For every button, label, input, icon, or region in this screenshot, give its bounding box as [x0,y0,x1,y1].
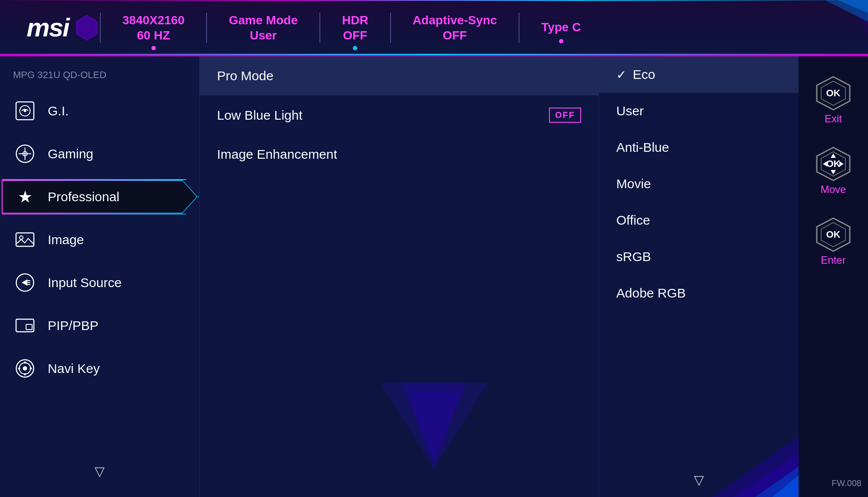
exit-label: Exit [825,113,842,125]
svg-text:OK: OK [826,229,841,240]
low-blue-light-badge: OFF [549,108,581,123]
header-adaptive-sync-label: Adaptive-Sync [413,13,497,28]
exit-button[interactable]: OK Exit [816,76,851,125]
header-divider-1 [100,13,101,43]
submenu-item-srgb[interactable]: sRGB [599,239,799,275]
svg-rect-12 [16,233,34,246]
svg-marker-39 [823,161,827,167]
main-content: MPG 321U QD-OLED G.I. [0,56,868,497]
submenu-item-user[interactable]: User [599,93,799,129]
device-label: MPG 321U QD-OLED [0,65,199,89]
svg-point-26 [18,367,20,369]
sidebar-item-professional[interactable]: ★ Professional [0,175,199,218]
header-divider-4 [390,13,391,43]
sidebar-item-pip-pbp-label: PIP/PBP [48,318,99,333]
submenu-item-srgb-label: sRGB [616,249,651,264]
header-hdr: HDR OFF [325,13,386,42]
header-dot-2 [353,46,357,50]
sidebar-item-gi[interactable]: G.I. [0,89,199,132]
navi-key-icon [13,356,37,380]
submenu-item-eco[interactable]: ✓ Eco [599,56,799,93]
header-resolution: 3840X2160 60 HZ [105,13,202,42]
sidebar-item-image[interactable]: Image [0,218,199,261]
middle-panel: Pro Mode Low Blue Light OFF Image Enhanc… [200,56,599,497]
header-divider-2 [206,13,207,43]
menu-item-pro-mode-label: Pro Mode [217,69,273,83]
controls-panel: OK Exit OK Move [799,56,868,497]
svg-point-24 [24,362,26,364]
sidebar-item-image-label: Image [48,232,84,247]
svg-text:OK: OK [826,158,841,169]
enter-label: Enter [821,254,845,266]
svg-point-25 [24,373,26,376]
submenu-item-adobe-rgb[interactable]: Adobe RGB [599,275,799,311]
menu-item-low-blue-light[interactable]: Low Blue Light OFF [200,95,598,135]
header-hdr-value: OFF [343,29,367,43]
fw-version-label: FW.008 [832,478,861,488]
header-adaptive-sync: Adaptive-Sync OFF [395,13,515,42]
header-resolution-label: 3840X2160 [122,13,184,28]
submenu-item-anti-blue-label: Anti-Blue [616,140,669,155]
enter-button[interactable]: OK Enter [816,217,851,266]
submenu-item-office[interactable]: Office [599,202,799,239]
sidebar-item-gi-label: G.I. [48,104,69,118]
menu-item-low-blue-light-label: Low Blue Light [217,108,302,123]
gaming-icon [13,142,37,166]
sidebar-item-input-source[interactable]: Input Source [0,261,199,304]
professional-icon: ★ [13,185,37,209]
svg-marker-38 [831,170,836,174]
menu-item-image-enhancement[interactable]: Image Enhancement [200,135,598,174]
sidebar-item-gaming[interactable]: Gaming [0,132,199,175]
header-dot-3 [559,39,563,43]
header-game-mode: Game Mode User [211,13,315,42]
header-top-line [0,0,868,1]
right-scroll-down[interactable]: ▽ [599,462,799,497]
sidebar-item-pip-pbp[interactable]: PIP/PBP [0,304,199,347]
input-source-icon [13,271,37,294]
svg-marker-40 [839,161,844,167]
submenu-item-office-label: Office [616,213,650,228]
svg-point-23 [23,366,27,371]
move-button[interactable]: OK Move [816,147,851,196]
sidebar-item-professional-label: Professional [48,190,119,204]
sidebar-item-input-source-label: Input Source [48,275,122,290]
move-icon: OK [816,147,851,181]
header: msi 3840X2160 60 HZ Game Mode User HDR O… [0,0,868,56]
header-type-c-label: Type C [541,20,581,35]
svg-marker-37 [831,154,836,158]
right-panel: ✓ Eco User Anti-Blue Movie Office sRGB A… [599,56,799,497]
msi-logo: msi [0,13,95,43]
header-adaptive-sync-value: OFF [443,29,467,43]
svg-rect-20 [26,324,32,330]
sidebar-scroll-down[interactable]: ▽ [0,454,199,488]
header-hdr-label: HDR [342,13,368,28]
header-type-c: Type C [524,20,598,35]
msi-logo-text: msi [26,13,69,43]
enter-icon: OK [816,217,851,252]
image-icon [13,228,37,252]
right-down-arrow-icon: ▽ [694,472,704,487]
submenu-item-adobe-rgb-label: Adobe RGB [616,286,686,301]
down-arrow-icon: ▽ [95,464,105,479]
header-dot-1 [151,46,156,50]
svg-text:OK: OK [826,88,841,98]
middle-deco [380,383,488,471]
menu-item-pro-mode[interactable]: Pro Mode [200,56,598,95]
header-divider-3 [319,13,320,43]
submenu-item-anti-blue[interactable]: Anti-Blue [599,129,799,166]
header-refresh-value: 60 HZ [137,29,170,43]
check-icon: ✓ [616,68,626,82]
submenu-item-movie[interactable]: Movie [599,166,799,202]
header-game-mode-label: Game Mode [229,13,298,28]
pip-pbp-icon [13,314,37,337]
exit-icon: OK [816,76,851,111]
header-game-mode-value: User [250,29,276,43]
svg-point-27 [30,367,32,369]
sidebar: MPG 321U QD-OLED G.I. [0,56,200,497]
sidebar-item-navi-key[interactable]: Navi Key [0,347,199,390]
header-deco [760,0,868,56]
submenu-item-eco-label: Eco [633,67,655,82]
sidebar-item-navi-key-label: Navi Key [48,361,100,376]
gi-icon [13,99,37,123]
header-divider-5 [519,13,519,43]
